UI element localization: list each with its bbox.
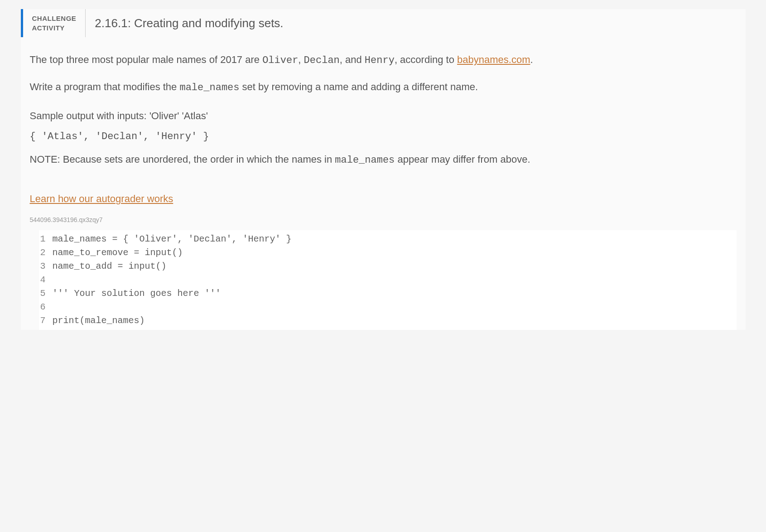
code-line: 1 male_names = { 'Oliver', 'Declan', 'He… [39,232,737,246]
code-varname: male_names [179,82,239,93]
line-number: 1 [39,232,53,246]
text: appear may differ from above. [395,154,530,165]
code-line: 2 name_to_remove = input() [39,246,737,260]
text: , according to [395,54,457,65]
line-content[interactable]: print(male_names) [53,314,145,328]
code-line: 6 [39,300,737,314]
code-line: 5 ''' Your solution goes here ''' [39,287,737,300]
line-number: 7 [39,314,53,328]
badge-line-2: ACTIVITY [32,23,77,33]
code-name-1: Oliver [262,55,298,66]
text: Write a program that modifies the [30,81,180,92]
text: set by removing a name and adding a diff… [240,81,478,92]
challenge-badge: CHALLENGE ACTIVITY [23,9,86,37]
sample-output-label: Sample output with inputs: 'Oliver' 'Atl… [30,110,737,122]
code-varname-note: male_names [335,155,395,166]
description-para-2: Write a program that modifies the male_n… [30,78,737,97]
note-text: NOTE: Because sets are unordered, the or… [30,154,737,166]
code-name-3: Henry [365,55,395,66]
text: . [530,54,533,65]
text: The top three most popular male names of… [30,54,263,65]
autograder-link[interactable]: Learn how our autograder works [30,193,173,205]
badge-line-1: CHALLENGE [32,14,77,23]
line-number: 4 [39,273,53,287]
babynames-link[interactable]: babynames.com [457,54,530,65]
code-editor[interactable]: 1 male_names = { 'Oliver', 'Declan', 'He… [39,230,737,330]
line-number: 5 [39,287,53,300]
line-content[interactable]: male_names = { 'Oliver', 'Declan', 'Henr… [53,232,292,246]
activity-content: The top three most popular male names of… [21,51,746,330]
text: , and [340,54,365,65]
line-content[interactable]: ''' Your solution goes here ''' [53,287,221,300]
line-number: 6 [39,300,53,314]
line-number: 3 [39,260,53,273]
code-line: 3 name_to_add = input() [39,260,737,273]
activity-header: CHALLENGE ACTIVITY 2.16.1: Creating and … [21,9,746,37]
text: NOTE: Because sets are unordered, the or… [30,154,335,165]
text: , [298,54,304,65]
activity-container: CHALLENGE ACTIVITY 2.16.1: Creating and … [21,9,746,330]
sample-output-text: { 'Atlas', 'Declan', 'Henry' } [30,131,737,142]
line-content[interactable]: name_to_remove = input() [53,246,183,260]
code-name-2: Declan [304,55,340,66]
file-id: 544096.3943196.qx3zqy7 [30,216,737,223]
code-line: 4 [39,273,737,287]
code-line: 7 print(male_names) [39,314,737,328]
description-para-1: The top three most popular male names of… [30,51,737,70]
line-content[interactable]: name_to_add = input() [53,260,167,273]
activity-title: 2.16.1: Creating and modifying sets. [86,9,292,37]
line-number: 2 [39,246,53,260]
